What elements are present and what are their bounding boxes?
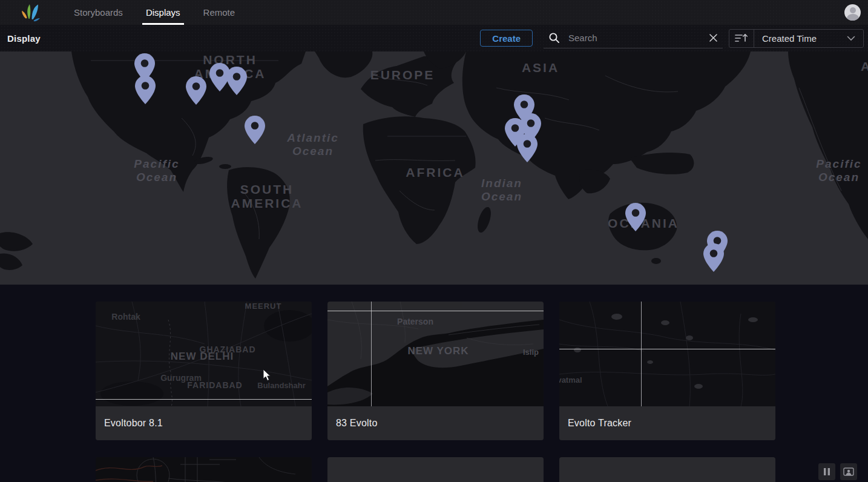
card-title: 83 Evolto bbox=[336, 418, 378, 429]
presentation-mode-button[interactable] bbox=[840, 463, 857, 480]
map-city-label: Rohtak bbox=[111, 312, 140, 322]
card-title: Evolto Tracker bbox=[568, 418, 631, 429]
display-thumbnail-map: Paterson NEW YORK Islip bbox=[327, 302, 544, 406]
display-card[interactable] bbox=[327, 457, 544, 482]
map-pin[interactable] bbox=[186, 76, 206, 105]
tab-displays[interactable]: Displays bbox=[142, 0, 184, 25]
map-pin[interactable] bbox=[226, 67, 247, 95]
card-footer: Evolto Tracker bbox=[559, 406, 775, 440]
user-avatar[interactable] bbox=[844, 4, 861, 21]
map-grid-line bbox=[327, 311, 544, 311]
map-pin[interactable] bbox=[135, 76, 156, 104]
display-thumbnail-loading bbox=[327, 457, 544, 482]
display-card-83-evolto[interactable]: Paterson NEW YORK Islip 83 Evolto bbox=[327, 302, 544, 440]
label-europe: EUROPE bbox=[370, 68, 435, 82]
search-field bbox=[544, 28, 723, 48]
top-nav: Storyboards Displays Remote bbox=[0, 0, 868, 25]
card-title: Evoltobor 8.1 bbox=[104, 418, 163, 429]
label-indian-ocean: Indian Ocean bbox=[481, 177, 522, 203]
display-thumbnail-map bbox=[96, 457, 312, 482]
map-city-label: FARIDABAD bbox=[187, 380, 242, 390]
display-card-evoltobor[interactable]: MEERUT Rohtak GHAZIABAD NEW DELHI Gurugr… bbox=[96, 302, 312, 440]
display-toolbar: Display Create bbox=[0, 25, 868, 51]
pause-button[interactable] bbox=[818, 463, 835, 480]
map-city-label: Islip bbox=[523, 348, 539, 357]
map-city-label: vatmal bbox=[559, 375, 582, 385]
image-person-icon bbox=[843, 467, 854, 476]
sort-by-value: Created Time bbox=[762, 33, 817, 44]
app-logo-icon[interactable] bbox=[18, 2, 41, 23]
world-map: NORTH AMERICA EUROPE ASIA AFRICA SOUTH A… bbox=[0, 51, 868, 285]
sort-by-dropdown[interactable]: Created Time bbox=[754, 33, 863, 44]
tab-remote[interactable]: Remote bbox=[200, 0, 239, 25]
label-asia: ASIA bbox=[522, 61, 559, 75]
map-grid-line bbox=[371, 302, 372, 406]
card-footer: 83 Evolto bbox=[327, 406, 544, 440]
chevron-down-icon bbox=[847, 36, 855, 41]
label-pacific-ocean-east: Pacific Ocean bbox=[816, 157, 861, 184]
map-city-label: Bulandshahr bbox=[257, 381, 305, 390]
create-button[interactable]: Create bbox=[480, 30, 533, 47]
sort-direction-button[interactable] bbox=[729, 30, 754, 47]
page-title: Display bbox=[7, 33, 41, 44]
map-city-label: NEW DELHI bbox=[171, 351, 234, 363]
search-input[interactable] bbox=[568, 33, 709, 43]
map-city-label: Paterson bbox=[397, 317, 433, 326]
search-icon bbox=[548, 32, 560, 44]
bottom-right-controls bbox=[818, 463, 857, 480]
display-card-grid: MEERUT Rohtak GHAZIABAD NEW DELHI Gurugr… bbox=[0, 285, 868, 482]
display-card-evolto-tracker[interactable]: vatmal Evolto Tracker bbox=[559, 302, 775, 440]
map-city-label: NEW YORK bbox=[407, 345, 469, 357]
map-pin[interactable] bbox=[703, 243, 724, 272]
map-grid-line bbox=[641, 302, 642, 406]
clear-search-icon[interactable] bbox=[709, 33, 718, 42]
toolbar-actions: Create bbox=[480, 28, 864, 48]
mouse-cursor-icon bbox=[263, 369, 272, 381]
pause-icon bbox=[823, 467, 830, 476]
label-pacific-ocean-west: Pacific Ocean bbox=[134, 157, 179, 184]
display-thumbnail-loading bbox=[559, 457, 775, 482]
map-grid-line bbox=[96, 399, 312, 400]
avatar-person-icon bbox=[850, 7, 856, 13]
map-pin[interactable] bbox=[625, 203, 646, 231]
label-south-america: SOUTH AMERICA bbox=[231, 183, 303, 210]
display-card[interactable] bbox=[96, 457, 312, 482]
map-pin[interactable] bbox=[245, 116, 265, 144]
label-africa: AFRICA bbox=[406, 166, 464, 180]
tab-storyboards[interactable]: Storyboards bbox=[70, 0, 127, 25]
display-thumbnail-map: vatmal bbox=[559, 302, 775, 406]
label-atlantic-ocean: Atlantic Ocean bbox=[287, 131, 339, 158]
nav-tabs: Storyboards Displays Remote bbox=[70, 0, 238, 25]
label-edge-fragment: A bbox=[861, 60, 868, 74]
sort-control: Created Time bbox=[729, 29, 864, 48]
display-card[interactable] bbox=[559, 457, 775, 482]
display-thumbnail-map: MEERUT Rohtak GHAZIABAD NEW DELHI Gurugr… bbox=[96, 302, 312, 406]
sort-ascending-icon bbox=[735, 33, 748, 43]
map-city-label: MEERUT bbox=[245, 302, 282, 311]
map-grid-line bbox=[559, 349, 775, 349]
map-pin[interactable] bbox=[517, 134, 538, 162]
card-footer: Evoltobor 8.1 bbox=[96, 406, 312, 440]
